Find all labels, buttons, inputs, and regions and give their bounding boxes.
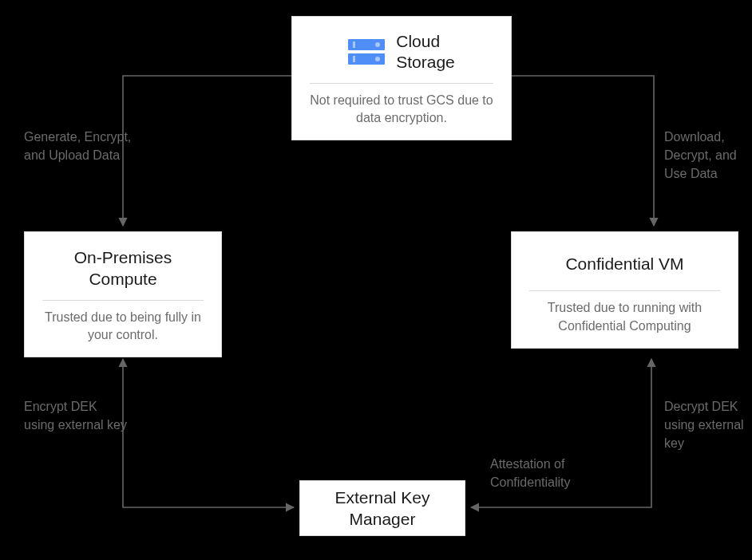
node-external-key-manager: External Key Manager <box>299 480 465 536</box>
storage-icon <box>348 39 385 65</box>
confidential-vm-title: Confidential VM <box>529 246 720 281</box>
edge-label-download-decrypt-use: Download, Decrypt, and Use Data <box>664 128 752 183</box>
cloud-storage-subtitle: Not required to trust GCS due to data en… <box>310 92 493 128</box>
cloud-storage-title: Cloud Storage <box>396 31 455 73</box>
node-cloud-storage: Cloud Storage Not required to trust GCS … <box>291 16 512 140</box>
edge-label-attestation: Attestation of Confidentiality <box>490 455 610 491</box>
edge-label-generate-encrypt-upload: Generate, Encrypt, and Upload Data <box>24 128 136 164</box>
edge-label-decrypt-dek: Decrypt DEK using external key <box>664 397 752 453</box>
edge-label-encrypt-dek: Encrypt DEK using external key <box>24 397 128 434</box>
ekm-title: External Key Manager <box>300 487 465 530</box>
node-confidential-vm: Confidential VM Trusted due to running w… <box>511 231 738 349</box>
on-prem-subtitle: Trusted due to being fully in your contr… <box>42 309 204 345</box>
confidential-vm-subtitle: Trusted due to running with Confidential… <box>529 299 720 335</box>
node-on-premises-compute: On-Premises Compute Trusted due to being… <box>24 231 222 357</box>
on-prem-title: On-Premises Compute <box>42 246 204 290</box>
diagram-canvas: Cloud Storage Not required to trust GCS … <box>0 0 752 560</box>
